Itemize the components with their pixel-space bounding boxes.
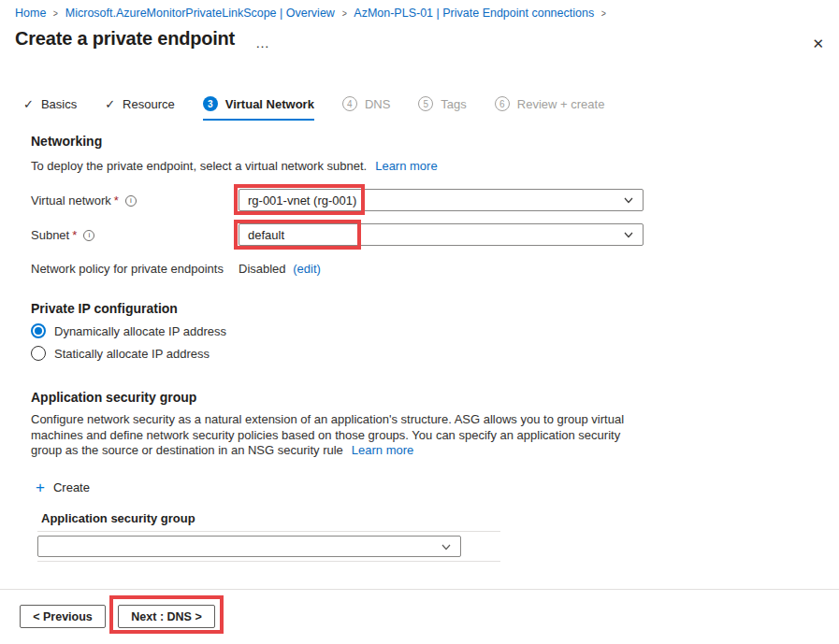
network-policy-edit-link[interactable]: (edit) [293,262,321,276]
networking-learn-more-link[interactable]: Learn more [375,159,437,173]
footer-divider [0,589,839,590]
table-divider [37,531,500,532]
virtual-network-dropdown[interactable]: rg-001-vnet (rg-001) [239,189,644,211]
tab-basics[interactable]: ✓ Basics [23,97,77,121]
virtual-network-value: rg-001-vnet (rg-001) [248,193,356,208]
label-text: Subnet [31,228,69,242]
network-policy-status: Disabled [239,262,286,276]
step-number-badge: 3 [203,96,218,111]
wizard-tabs: ✓ Basics ✓ Resource 3 Virtual Network 4 … [23,96,604,121]
create-label: Create [53,480,90,494]
asg-description: Configure network security as a natural … [31,412,637,459]
radio-static-ip[interactable]: Statically allocate IP address [31,346,210,361]
label-text: Network policy for private endpoints [31,262,224,276]
label-text: Virtual network [31,193,111,208]
more-options-icon[interactable]: … [255,38,269,48]
virtual-network-label: Virtual network * i [31,193,137,208]
breadcrumb-chevron-icon: > [53,7,58,19]
tab-label: DNS [365,97,390,111]
network-policy-value: Disabled (edit) [239,262,321,276]
radio-unselected-icon [31,346,46,361]
breadcrumb-chevron-icon: > [601,7,606,19]
asg-dropdown[interactable] [37,536,461,557]
asg-column-header: Application security group [41,511,195,525]
previous-button[interactable]: < Previous [20,605,106,628]
radio-label: Dynamically allocate IP address [54,324,226,338]
subnet-dropdown[interactable]: default [239,223,644,246]
close-icon[interactable]: ✕ [810,34,826,54]
tab-resource[interactable]: ✓ Resource [105,97,175,121]
check-icon: ✓ [23,97,34,111]
tab-review-create[interactable]: 6 Review + create [495,96,605,121]
chevron-down-icon [623,194,634,206]
radio-label: Statically allocate IP address [54,347,210,361]
networking-description: To deploy the private endpoint, select a… [31,159,438,173]
create-asg-button[interactable]: + Create [36,480,90,494]
info-icon[interactable]: i [83,230,94,241]
next-dns-button[interactable]: Next : DNS > [118,605,215,628]
required-asterisk: * [114,193,119,208]
breadcrumb-scope-overview[interactable]: Microsoft.AzureMonitorPrivateLinkScope |… [65,7,335,20]
breadcrumb-chevron-icon: > [342,7,347,19]
breadcrumb-home[interactable]: Home [15,7,46,20]
tab-label: Tags [441,97,466,111]
step-number-badge: 5 [418,96,433,111]
asg-heading: Application security group [31,390,196,405]
step-number-badge: 6 [495,96,510,111]
radio-selected-icon [31,323,46,338]
private-ip-heading: Private IP configuration [31,301,178,316]
tab-label: Basics [41,97,77,111]
required-asterisk: * [72,228,77,242]
asg-learn-more-link[interactable]: Learn more [352,443,413,457]
chevron-down-icon [623,229,634,240]
breadcrumb-private-endpoint-connections[interactable]: AzMon-PLS-01 | Private Endpoint connecti… [354,7,594,20]
step-number-badge: 4 [342,96,357,111]
subnet-value: default [248,228,284,242]
tab-dns[interactable]: 4 DNS [342,96,390,121]
networking-heading: Networking [31,134,102,149]
tab-label: Virtual Network [225,97,314,111]
info-icon[interactable]: i [125,195,137,207]
page-title: Create a private endpoint [15,28,235,50]
check-icon: ✓ [105,97,115,111]
asg-description-text: Configure network security as a natural … [31,412,624,457]
tab-label: Resource [123,97,175,111]
plus-icon: + [36,481,45,494]
table-divider [37,561,500,562]
tab-label: Review + create [517,97,605,111]
breadcrumb: Home > Microsoft.AzureMonitorPrivateLink… [15,7,607,20]
networking-description-text: To deploy the private endpoint, select a… [31,159,367,173]
title-row: Create a private endpoint … [15,28,269,50]
radio-dynamic-ip[interactable]: Dynamically allocate IP address [31,323,226,338]
tab-virtual-network[interactable]: 3 Virtual Network [203,96,314,121]
chevron-down-icon [441,541,452,552]
subnet-label: Subnet * i [31,228,94,242]
tab-tags[interactable]: 5 Tags [418,96,466,121]
create-private-endpoint-dialog: Home > Microsoft.AzureMonitorPrivateLink… [0,0,839,644]
network-policy-label: Network policy for private endpoints [31,262,224,276]
